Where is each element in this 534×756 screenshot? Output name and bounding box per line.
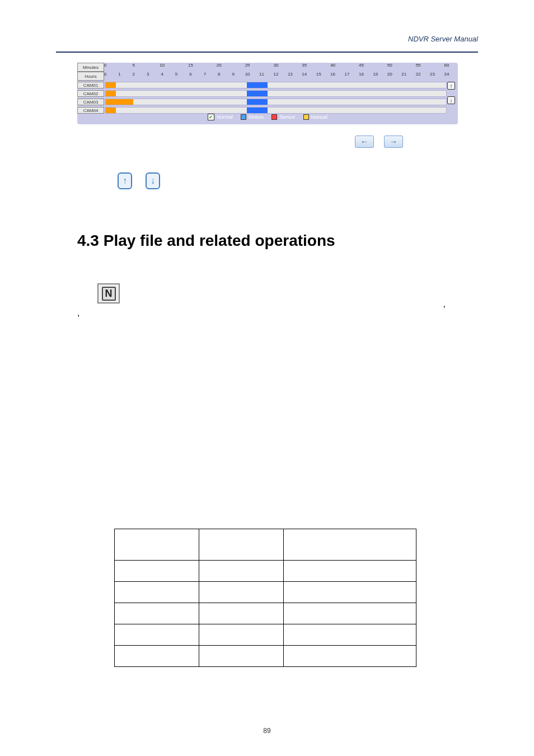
color-swatch [241,114,246,120]
table-cell [115,582,199,603]
hour-tick: 10 [245,72,250,77]
table-row [115,561,416,582]
hour-tick: 0 [104,72,106,77]
scroll-up-button[interactable]: ↑ [447,82,455,90]
table-header-cell [199,529,283,561]
min-tick: 25 [245,63,250,68]
min-tick: 15 [188,63,193,68]
hour-tick: 9 [232,72,235,77]
table-header-cell [283,529,416,561]
shortcut-table [114,529,416,667]
minutes-ruler: 0 5 10 15 20 25 30 35 40 45 50 55 60 [105,63,447,72]
hour-tick: 13 [288,72,293,77]
timeline-panel: Minutes 0 5 10 15 20 25 30 35 40 45 50 5… [77,63,458,124]
hour-tick: 14 [302,72,307,77]
minutes-label: Minutes [77,63,104,72]
min-tick: 10 [160,63,165,68]
table-cell [199,561,283,582]
legend-label: Manual [311,114,328,120]
document-title: NDVR Server Manual [408,35,478,43]
hour-tick: 17 [345,72,350,77]
hour-tick: 22 [416,72,421,77]
hour-tick: 6 [189,72,191,77]
hour-tick: 11 [259,72,264,77]
hour-tick: 21 [401,72,406,77]
header-divider [56,52,478,53]
min-tick: 30 [274,63,279,68]
table-cell [199,624,283,646]
min-tick: 55 [416,63,421,68]
camera-label[interactable]: CAM02 [77,90,104,97]
arrow-down-icon: ↓ [151,176,155,186]
table-header-row [115,529,416,561]
thumbnail-icon: N [97,283,120,304]
table-cell [115,561,199,582]
hours-ruler: 0 1 2 3 4 5 6 7 8 9 10 11 12 13 14 15 16… [105,72,447,81]
table-cell [283,624,416,646]
next-button[interactable]: → [384,136,403,148]
table-row [115,603,416,624]
legend-motion[interactable]: Motion [241,114,264,120]
hour-tick: 7 [204,72,206,77]
table-cell [199,646,283,667]
thumbnail-glyph: N [102,287,116,301]
hour-tick: 20 [387,72,392,77]
table-cell [199,603,283,624]
punct: , [443,299,446,309]
up-button[interactable]: ↑ [118,172,132,189]
min-tick: 5 [133,63,135,68]
hour-tick: 5 [175,72,177,77]
hour-tick: 15 [316,72,321,77]
camera-track[interactable] [105,82,447,88]
hour-tick: 18 [359,72,364,77]
camera-label[interactable]: CAM03 [77,99,104,105]
legend-label: Sensor [279,114,296,120]
scroll-down-button[interactable]: ↓ [447,96,455,104]
table-cell [283,603,416,624]
table-cell [199,582,283,603]
legend-manual[interactable]: Manual [303,114,328,120]
hour-tick: 2 [133,72,135,77]
hour-tick: 12 [274,72,279,77]
legend-sensor[interactable]: Sensor [271,114,296,120]
arrow-right-icon: → [390,137,397,146]
camera-label[interactable]: CAM01 [77,82,104,88]
hour-tick: 8 [218,72,220,77]
table-cell [115,603,199,624]
color-swatch [271,114,277,120]
punct: , [77,308,79,318]
table-row [115,624,416,646]
legend-label: Normal [217,114,233,120]
min-tick: 0 [104,63,106,68]
legend-normal[interactable]: ✔ Normal [208,114,233,120]
min-tick: 20 [217,63,222,68]
table-cell [115,624,199,646]
table-header-cell [115,529,199,561]
legend: ✔ Normal Motion Sensor Manual [77,112,458,122]
page-number: 89 [0,727,534,735]
down-button[interactable]: ↓ [146,172,160,189]
table-cell [115,646,199,667]
table-cell [283,582,416,603]
arrow-up-icon: ↑ [123,176,127,186]
min-tick: 45 [359,63,364,68]
color-swatch [303,114,309,120]
hour-tick: 3 [147,72,149,77]
hour-tick: 4 [161,72,163,77]
min-tick: 35 [302,63,307,68]
hour-tick: 23 [430,72,435,77]
hours-label: Hours [77,72,104,81]
table-row [115,582,416,603]
hour-tick: 19 [373,72,378,77]
table-cell [283,646,416,667]
table-cell [283,561,416,582]
table-row [115,646,416,667]
min-tick: 50 [387,63,392,68]
hour-tick: 16 [330,72,335,77]
section-heading: 4.3 Play file and related operations [77,232,335,250]
camera-track[interactable] [105,90,447,97]
prev-button[interactable]: ← [355,136,374,148]
arrow-left-icon: ← [360,137,368,146]
camera-track[interactable] [105,99,447,105]
min-tick: 40 [330,63,335,68]
